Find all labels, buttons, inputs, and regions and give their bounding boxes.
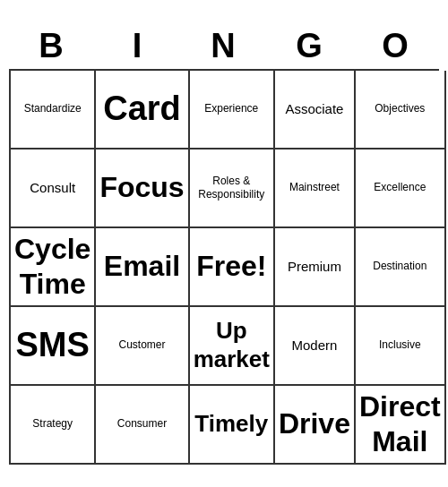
- cell-label: Email: [104, 249, 180, 283]
- cell-label: Excellence: [374, 181, 426, 193]
- bingo-letter: B: [9, 23, 95, 69]
- bingo-cell-4-0: Strategy: [11, 386, 96, 465]
- cell-label: Card: [103, 89, 181, 130]
- bingo-cell-2-0: Cycle Time: [11, 228, 96, 307]
- cell-label: Free!: [196, 249, 266, 283]
- cell-label: Consult: [30, 180, 75, 196]
- bingo-cell-2-2: Free!: [190, 228, 275, 307]
- cell-label: Destination: [373, 260, 426, 272]
- bingo-cell-0-3: Associate: [275, 71, 356, 150]
- cell-label: Experience: [204, 102, 258, 115]
- bingo-cell-3-1: Customer: [96, 307, 189, 386]
- bingo-card: BINGO StandardizeCardExperienceAssociate…: [9, 23, 439, 465]
- cell-label: Mainstreet: [289, 181, 340, 193]
- bingo-letter: I: [95, 23, 181, 69]
- cell-label: Direct Mail: [359, 389, 441, 458]
- bingo-cell-0-0: Standardize: [11, 71, 96, 150]
- bingo-cell-1-1: Focus: [96, 150, 189, 228]
- cell-label: Customer: [119, 338, 166, 351]
- bingo-cell-1-4: Excellence: [356, 150, 446, 228]
- bingo-cell-4-2: Timely: [190, 386, 275, 465]
- cell-label: Up market: [194, 317, 270, 372]
- cell-label: Strategy: [32, 417, 73, 430]
- cell-label: Roles & Responsibility: [198, 175, 264, 201]
- bingo-letter: N: [181, 23, 267, 69]
- bingo-cell-0-4: Objectives: [356, 71, 446, 150]
- cell-label: Focus: [99, 170, 184, 204]
- bingo-cell-0-1: Card: [96, 71, 189, 150]
- bingo-cell-3-4: Inclusive: [356, 307, 446, 386]
- cell-label: Premium: [288, 259, 341, 275]
- bingo-cell-1-0: Consult: [11, 150, 96, 228]
- bingo-cell-4-3: Drive: [275, 386, 356, 465]
- bingo-letter: G: [267, 23, 353, 69]
- cell-label: Objectives: [375, 102, 425, 115]
- cell-label: Timely: [194, 410, 268, 438]
- cell-label: Inclusive: [379, 338, 421, 351]
- cell-label: Consumer: [117, 417, 167, 430]
- cell-label: Modern: [292, 337, 338, 354]
- cell-label: Standardize: [24, 102, 82, 115]
- bingo-header: BINGO: [9, 23, 439, 69]
- bingo-cell-2-3: Premium: [275, 228, 356, 307]
- cell-label: Cycle Time: [14, 232, 90, 301]
- bingo-cell-0-2: Experience: [190, 71, 275, 150]
- bingo-letter: O: [353, 23, 439, 69]
- bingo-cell-2-1: Email: [96, 228, 189, 307]
- bingo-cell-1-2: Roles & Responsibility: [190, 150, 275, 228]
- bingo-grid: StandardizeCardExperienceAssociateObject…: [9, 69, 439, 465]
- bingo-cell-4-1: Consumer: [96, 386, 189, 465]
- cell-label: Drive: [279, 406, 350, 440]
- bingo-cell-2-4: Destination: [356, 228, 446, 307]
- cell-label: Associate: [285, 101, 343, 117]
- bingo-cell-3-0: SMS: [11, 307, 96, 386]
- bingo-cell-3-2: Up market: [190, 307, 275, 386]
- cell-label: SMS: [16, 325, 90, 366]
- bingo-cell-1-3: Mainstreet: [275, 150, 356, 228]
- bingo-cell-4-4: Direct Mail: [356, 386, 446, 465]
- bingo-cell-3-3: Modern: [275, 307, 356, 386]
